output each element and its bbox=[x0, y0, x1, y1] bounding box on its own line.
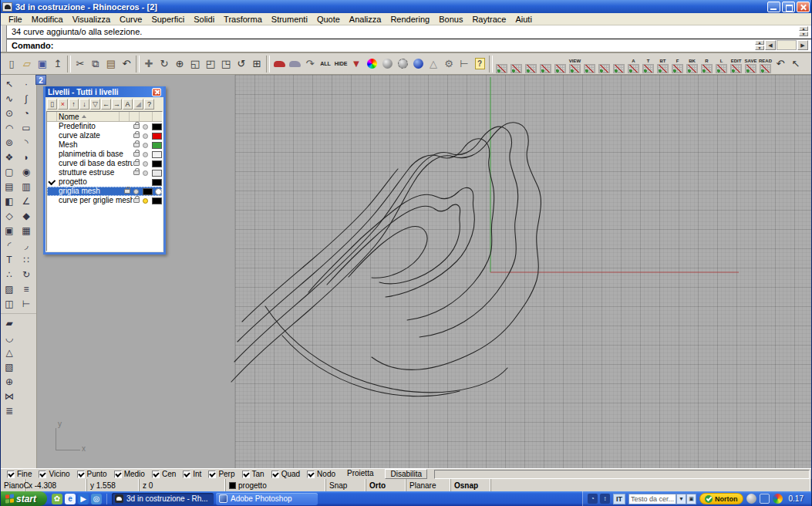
prompt-scroll-left-icon[interactable]: ◀ bbox=[765, 40, 776, 50]
tool-surface-tools-button[interactable]: ▧ bbox=[1, 359, 18, 374]
layer-color-swatch[interactable] bbox=[152, 123, 162, 130]
tool-cylinder-button[interactable]: ▥ bbox=[18, 179, 35, 194]
layers-help-button[interactable]: ? bbox=[144, 99, 154, 110]
checkbox-icon[interactable] bbox=[242, 471, 250, 478]
osnap-int[interactable]: Int bbox=[183, 470, 201, 478]
toolbar-custom-T-button[interactable]: T bbox=[641, 55, 655, 73]
layer-name[interactable]: Predefinito bbox=[57, 122, 133, 131]
tool-plane-button[interactable]: ▢ bbox=[1, 164, 18, 179]
tool-curve-button[interactable]: ∿ bbox=[1, 91, 18, 106]
command-prompt-row[interactable]: Comando: ▲ ▼ ◀ ▶ bbox=[7, 39, 811, 52]
menu-analizza[interactable]: Analizza bbox=[345, 14, 386, 25]
layer-color-swatch[interactable] bbox=[152, 197, 162, 204]
bulb-icon[interactable] bbox=[143, 133, 148, 139]
lock-icon[interactable] bbox=[124, 189, 130, 194]
tool-point-cloud-button[interactable]: ∷ bbox=[18, 252, 35, 267]
taskbar-task-ps[interactable]: Adobe Photoshop bbox=[216, 493, 318, 505]
toolbar-options-button[interactable]: ⚙ bbox=[441, 56, 457, 73]
contour-curve-4[interactable] bbox=[242, 169, 398, 322]
quicklaunch-internet-explorer-icon[interactable]: e bbox=[65, 494, 76, 504]
contour-curve-8[interactable] bbox=[265, 306, 507, 393]
osnap-vicino[interactable]: Vicino bbox=[39, 470, 69, 478]
contour-curve-7[interactable] bbox=[349, 227, 427, 278]
checkbox-icon[interactable] bbox=[183, 471, 190, 478]
lock-icon[interactable] bbox=[133, 133, 140, 138]
tray-color-orb-icon[interactable] bbox=[773, 494, 783, 504]
layer-row[interactable]: strutture estruse bbox=[47, 168, 162, 177]
toolbar-custom-F-button[interactable]: F bbox=[670, 55, 685, 73]
toolbar-custom-grid-2-button[interactable] bbox=[524, 55, 538, 73]
toolbar-custom-R-button[interactable]: R bbox=[699, 55, 714, 73]
lock-icon[interactable] bbox=[133, 143, 140, 147]
toolbar-render-red-button[interactable] bbox=[271, 56, 287, 73]
toolbar-import-button[interactable]: ↥ bbox=[50, 56, 66, 73]
menu-rendering[interactable]: Rendering bbox=[386, 14, 434, 25]
toolbar-viewport-layout-button[interactable]: ⊞ bbox=[249, 56, 264, 73]
tray-band-tool-1-icon[interactable]: ◔ bbox=[588, 494, 598, 504]
lock-icon[interactable] bbox=[133, 170, 140, 175]
search-dropdown-icon[interactable]: ▼ bbox=[676, 494, 686, 504]
toolbar-new-file-button[interactable]: ▯ bbox=[4, 56, 19, 73]
prompt-scrollbar[interactable] bbox=[777, 40, 797, 50]
contour-curve-6[interactable] bbox=[327, 204, 460, 285]
layer-color-picker-icon[interactable] bbox=[155, 188, 162, 195]
osnap-cen[interactable]: Cen bbox=[152, 470, 176, 478]
osnap-nodo[interactable]: Nodo bbox=[307, 470, 335, 478]
osnap-medio[interactable]: Medio bbox=[114, 470, 145, 478]
toolbar-save-file-button[interactable]: ▣ bbox=[35, 56, 50, 73]
layers-panel-close-icon[interactable] bbox=[152, 88, 161, 96]
layer-color-swatch[interactable] bbox=[152, 179, 162, 186]
layers-panel-titlebar[interactable]: Livelli - Tutti i livelli bbox=[45, 86, 163, 97]
toolbar-custom-BK-button[interactable]: BK bbox=[685, 55, 699, 73]
layers-list-header[interactable]: Nome bbox=[47, 112, 162, 122]
layers-filter-button[interactable]: ▽ bbox=[90, 99, 100, 110]
bulb-icon[interactable] bbox=[143, 124, 148, 130]
toolbar-select-all-button[interactable]: ALL bbox=[318, 56, 333, 73]
tool-axis-button[interactable]: ⊢ bbox=[18, 296, 35, 311]
layers-name-column-header[interactable]: Nome bbox=[59, 113, 79, 121]
layer-color-swatch[interactable] bbox=[152, 142, 162, 149]
toolbar-custom-L-button[interactable]: L bbox=[714, 55, 729, 73]
menu-visualizza[interactable]: Visualizza bbox=[68, 14, 115, 25]
tool-object-list-button[interactable]: ≣ bbox=[1, 403, 18, 418]
lock-icon[interactable] bbox=[133, 198, 140, 203]
tool-chamfer-button[interactable]: ◆ bbox=[18, 208, 35, 223]
tool-select-button[interactable]: ↖ bbox=[1, 76, 18, 91]
layers-delete-layer-button[interactable]: × bbox=[58, 99, 68, 110]
layer-color-swatch[interactable] bbox=[152, 160, 162, 167]
toolbar-zoom-dynamic-button[interactable]: ◰ bbox=[203, 56, 218, 73]
toolbar-spotlight-button[interactable]: △ bbox=[426, 56, 441, 73]
tool-project-button[interactable]: ⊕ bbox=[1, 374, 18, 389]
toolbar-ghosted-view-button[interactable] bbox=[395, 56, 410, 73]
menu-modifica[interactable]: Modifica bbox=[27, 14, 68, 25]
checkbox-icon[interactable] bbox=[114, 471, 122, 478]
toolbar-custom-A-button[interactable]: A bbox=[626, 55, 641, 73]
toolbar-color-wheel-button[interactable] bbox=[364, 56, 379, 73]
start-button[interactable]: start bbox=[1, 491, 47, 506]
bulb-icon[interactable] bbox=[143, 143, 148, 148]
search-go-icon[interactable]: ▣ bbox=[686, 494, 696, 504]
toolbar-custom-grid-4-button[interactable] bbox=[553, 55, 568, 73]
layer-name[interactable]: curve alzate bbox=[57, 131, 133, 140]
checkbox-icon[interactable] bbox=[307, 471, 315, 478]
toolbar-set-view-button[interactable]: ↷ bbox=[302, 56, 318, 73]
menu-strumenti[interactable]: Strumenti bbox=[267, 14, 312, 25]
bulb-icon[interactable] bbox=[143, 198, 148, 204]
toolbar-zoom-in-button[interactable]: ⊕ bbox=[172, 56, 187, 73]
tool-rotate-button[interactable]: ↻ bbox=[18, 267, 35, 282]
layers-move-right-button[interactable]: → bbox=[112, 99, 122, 110]
statusbar-toggle-planare[interactable]: Planare bbox=[406, 479, 451, 491]
history-scroll-down-icon[interactable]: ▼ bbox=[799, 32, 808, 36]
toolbar-custom-grid-6-button[interactable] bbox=[582, 55, 597, 73]
tool-parabola-button[interactable]: ◝ bbox=[18, 135, 35, 150]
toolbar-rendered-view-button[interactable] bbox=[410, 56, 426, 73]
tool-arc-cpt-button[interactable]: ◠ bbox=[1, 120, 18, 135]
tray-band-tool-2-icon[interactable]: ↕ bbox=[600, 494, 610, 504]
tray-display-icon[interactable] bbox=[760, 494, 770, 504]
toolbar-custom-grid-1-button[interactable] bbox=[509, 55, 524, 73]
tool-align-button[interactable]: ≡ bbox=[18, 282, 35, 296]
osnap-proietta-button[interactable]: Proietta bbox=[342, 469, 378, 479]
layer-color-swatch[interactable] bbox=[143, 188, 153, 195]
title-bar[interactable]: 3d in costruzione - Rhinoceros - [2] bbox=[1, 0, 811, 13]
layers-sort-button[interactable]: ◢ bbox=[133, 99, 143, 110]
